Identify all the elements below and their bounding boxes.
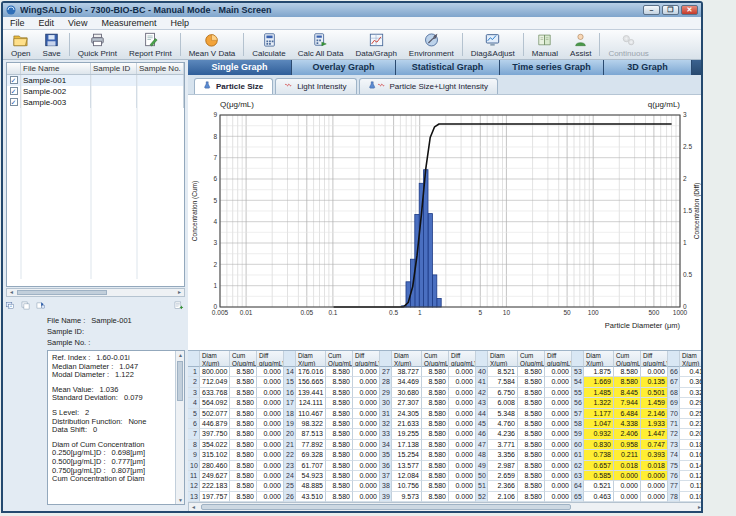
title-bar[interactable]: WingSALD bio - 7300-BIO-BC - Manual Mode… (3, 3, 701, 17)
stats-vscroll-thumb[interactable] (177, 361, 183, 401)
row-number-cell: 47 (476, 440, 488, 450)
toolbar-button-label: Mean V Data (189, 49, 236, 58)
add-list-icon[interactable] (174, 297, 185, 315)
subtab-particle-size-light-intensity[interactable]: Particle Size+Light Intensity (359, 78, 499, 94)
cum-cell: 8.580 (326, 440, 353, 450)
graph-subtabstrip: Particle SizeLight IntensityParticle Siz… (188, 75, 703, 95)
toolbar-button-save[interactable]: Save (37, 31, 67, 58)
cum-cell: 8.580 (230, 471, 257, 481)
toolbar-button-calc-all-data[interactable]: Calc All Data (292, 31, 350, 58)
scroll-left-icon[interactable]: ◄ (189, 503, 198, 510)
minimize-button[interactable]: – (643, 5, 660, 15)
cum-cell: 8.580 (518, 492, 545, 502)
cum-cell: 8.580 (326, 481, 353, 491)
row-number-cell: 9 (188, 450, 200, 460)
toolbar-button-open[interactable]: Open (5, 31, 37, 58)
cum-cell: 0.211 (614, 450, 641, 460)
table-row: 670.3670.0000.000 (668, 377, 703, 387)
file-list-hscroll-thumb[interactable] (17, 290, 107, 295)
table-row: 1998.3228.5800.000 (284, 419, 380, 429)
table-row: 2269.3288.5800.000 (284, 450, 380, 460)
menu-item-measurement[interactable]: Measurement (94, 17, 163, 29)
table-hscrollbar[interactable]: ◄ ► (188, 502, 703, 512)
tab-statistical-graph[interactable]: Statistical Graph (396, 60, 500, 75)
cum-cell: 8.580 (326, 492, 353, 502)
toolbar-button-calculate[interactable]: Calculate (246, 31, 291, 58)
toolbar-button-diag-adjust[interactable]: Diag&Adjust (465, 31, 521, 58)
diam-cell: 633.768 (200, 388, 230, 398)
copy-graph-icon[interactable] (6, 297, 17, 315)
checkbox-icon[interactable]: ✓ (10, 87, 18, 95)
tab-3d-graph[interactable]: 3D Graph (604, 60, 692, 75)
toolbar-button-data-graph[interactable]: Data/Graph (349, 31, 402, 58)
table-row: 408.5218.5800.000 (476, 367, 572, 377)
row-number-cell: 24 (284, 471, 296, 481)
diff-cell: 0.000 (545, 481, 572, 491)
file-list-hscrollbar[interactable]: ◄ ► (6, 288, 185, 297)
scroll-right-icon[interactable]: ► (695, 503, 703, 510)
scroll-right-icon[interactable]: ► (175, 289, 184, 296)
table-header-row: DiamX(μm)CumQ(μg/mL)Diffq(μg/mL) (380, 351, 476, 367)
toolbar-button-continuous: Continuous (602, 31, 654, 58)
cum-cell: 7.944 (614, 398, 641, 408)
table-row: 12222.1838.5800.000 (188, 481, 284, 491)
file-list-row[interactable]: ✓Sample-003 (7, 97, 184, 108)
header-top: Cum (328, 352, 350, 360)
tab-overlay-graph[interactable]: Overlay Graph (292, 60, 396, 75)
diam-cell: 17.138 (392, 440, 422, 450)
diam-cell: 3.771 (488, 440, 518, 450)
stats-vscrollbar[interactable]: ▲ ▼ (175, 351, 184, 504)
tab-time-series-graph[interactable]: Time series Graph (500, 60, 604, 75)
table-row: 7397.7508.5800.000 (188, 429, 284, 439)
copy-data-icon[interactable] (21, 297, 32, 315)
subtab-light-intensity[interactable]: Light Intensity (275, 78, 356, 94)
scroll-down-icon[interactable]: ▼ (176, 496, 185, 504)
table-row: 680.3270.0000.000 (668, 388, 703, 398)
file-list-row[interactable]: ✓Sample-002 (7, 86, 184, 97)
file-list-row[interactable]: ✓Sample-001 (7, 75, 184, 86)
table-row: 8354.0228.5800.000 (188, 440, 284, 450)
checkbox-icon[interactable]: ✓ (10, 98, 18, 106)
diff-cell: 0.000 (353, 461, 380, 471)
list-mini-toolbar (6, 299, 185, 312)
toolbar-button-report-print[interactable]: Report Print (123, 31, 178, 58)
diff-cell: 0.000 (449, 398, 476, 408)
cum-cell: 4.338 (614, 419, 641, 429)
checkbox-icon[interactable]: ✓ (10, 76, 18, 84)
cum-cell: 8.580 (518, 429, 545, 439)
row-number-cell: 46 (476, 429, 488, 439)
subtab-particle-size[interactable]: Particle Size (194, 78, 273, 94)
toolbar-button-quick-print[interactable]: Quick Print (72, 31, 123, 58)
diam-cell: 2.106 (488, 492, 518, 502)
toolbar-button-manual[interactable]: Manual (526, 31, 564, 58)
row-number-cell: 10 (188, 461, 200, 471)
scroll-up-icon[interactable]: ▲ (176, 351, 185, 359)
table-hscroll-thumb[interactable] (201, 504, 571, 510)
tab-single-graph[interactable]: Single Graph (188, 60, 292, 75)
menu-item-help[interactable]: Help (163, 17, 196, 29)
maximize-button[interactable]: ❐ (662, 5, 679, 15)
cum-cell: 8.580 (326, 419, 353, 429)
svg-text:100: 100 (588, 309, 599, 316)
row-number-cell: 12 (188, 481, 200, 491)
table-row: 770.1150.0000.000 (668, 481, 703, 491)
table-row: 522.1068.5800.000 (476, 492, 572, 502)
scroll-left-icon[interactable]: ◄ (7, 289, 16, 296)
stat-data-shift: Data Shift:0 (52, 426, 174, 435)
toolbar: OpenSaveQuick PrintReport PrintMean V Da… (3, 30, 701, 60)
table-row: 2738.7278.5800.000 (380, 367, 476, 377)
diff-cell: 0.000 (545, 388, 572, 398)
toolbar-button-assist[interactable]: Assist (564, 31, 597, 58)
menu-item-file[interactable]: File (3, 17, 32, 29)
menu-item-view[interactable]: View (61, 17, 94, 29)
close-button[interactable]: ✕ (681, 5, 698, 15)
toolbar-button-mean-v-data[interactable]: Mean V Data (183, 31, 242, 58)
menu-item-edit[interactable]: Edit (32, 17, 62, 29)
cum-cell: 8.580 (230, 429, 257, 439)
paste-data-icon[interactable] (36, 297, 47, 315)
table-row: 590.9322.4061.447 (572, 429, 668, 439)
svg-text:3: 3 (213, 239, 217, 246)
toolbar-button-environment[interactable]: Environment (403, 31, 460, 58)
sample-no-cell (137, 86, 184, 97)
table-row: 3221.6338.5800.000 (380, 419, 476, 429)
